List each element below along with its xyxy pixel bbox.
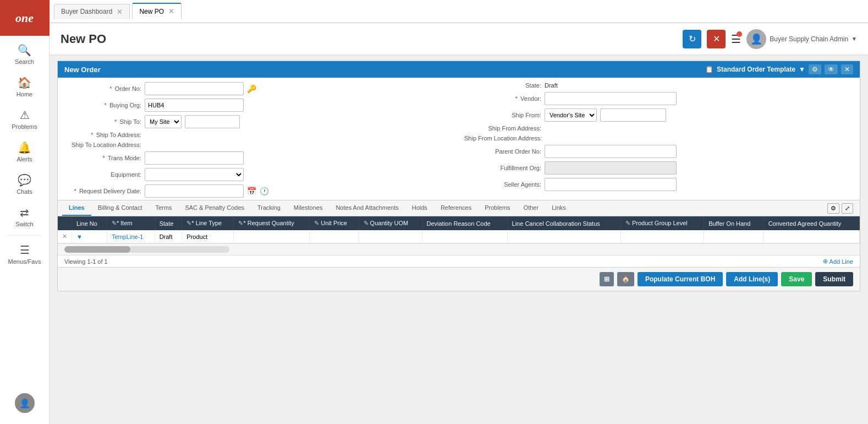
home-icon: 🏠 bbox=[18, 76, 31, 89]
tab-new-po-close[interactable]: ✕ bbox=[168, 7, 174, 15]
sidebar-item-home[interactable]: 🏠 Home bbox=[0, 70, 49, 103]
row-request-qty bbox=[234, 230, 310, 243]
order-no-required: * bbox=[109, 85, 112, 92]
template-icon: 📋 bbox=[705, 66, 713, 73]
row-line-no: ▼ bbox=[72, 230, 107, 243]
fulfillment-org-row: Fulfillment Org: bbox=[464, 161, 853, 175]
user-dropdown-icon: ▼ bbox=[851, 36, 857, 42]
ship-from-extra-input[interactable] bbox=[600, 108, 666, 122]
order-no-row: * Order No: 🔑 bbox=[64, 82, 453, 95]
equipment-label: Equipment: bbox=[64, 171, 141, 178]
add-line-button[interactable]: ⊕ Add Line bbox=[823, 258, 853, 265]
table-settings-btn[interactable]: ⚙ bbox=[827, 203, 839, 214]
ship-to-row: * Ship To: My Site bbox=[64, 115, 453, 128]
sidebar-item-alerts[interactable]: 🔔 Alerts bbox=[0, 135, 49, 168]
col-item-header: ✎* Item bbox=[107, 216, 155, 230]
inner-tab-notes[interactable]: Notes And Attachments bbox=[329, 200, 405, 216]
close-button[interactable]: ✕ bbox=[707, 30, 726, 48]
fulfillment-org-input[interactable] bbox=[545, 161, 677, 175]
table-header: Line No ✎* Item State ✎* Line Type ✎* Re… bbox=[58, 216, 860, 230]
sidebar-item-search[interactable]: 🔍 Search bbox=[0, 38, 49, 70]
trans-mode-input[interactable] bbox=[145, 151, 244, 165]
row-item-link[interactable]: TempLine-1 bbox=[112, 233, 143, 240]
delivery-date-clock[interactable]: 🕐 bbox=[260, 187, 269, 195]
inner-tab-other[interactable]: Other bbox=[517, 200, 546, 216]
inner-tab-terms[interactable]: Terms bbox=[149, 200, 178, 216]
inner-tab-sac[interactable]: SAC & Penalty Codes bbox=[178, 200, 251, 216]
col-line-cancel-header: Line Cancel Collaboration Status bbox=[507, 216, 620, 230]
inner-tab-milestones[interactable]: Milestones bbox=[287, 200, 329, 216]
buying-org-input[interactable] bbox=[145, 99, 244, 112]
add-line-label: Add Line bbox=[829, 258, 853, 265]
seller-agents-input[interactable] bbox=[545, 178, 677, 191]
submit-button[interactable]: Submit bbox=[815, 272, 853, 286]
row-line-no-indicator[interactable]: ▼ bbox=[76, 233, 83, 240]
row-delete-btn[interactable]: ✕ bbox=[58, 230, 72, 243]
ship-to-label: * Ship To: bbox=[64, 118, 141, 125]
row-item[interactable]: TempLine-1 bbox=[107, 230, 155, 243]
order-no-input[interactable] bbox=[145, 82, 244, 95]
logo-text: one bbox=[15, 11, 34, 25]
inner-tab-links[interactable]: Links bbox=[545, 200, 573, 216]
equipment-select[interactable] bbox=[145, 168, 244, 181]
ship-to-extra-input[interactable] bbox=[185, 115, 240, 128]
bottom-avatar-icon: 👤 bbox=[15, 393, 35, 413]
tab-buyer-dashboard[interactable]: Buyer Dashboard ✕ bbox=[54, 4, 130, 19]
layout-button[interactable]: ⊞ bbox=[600, 272, 614, 286]
inner-tab-holds[interactable]: Holds bbox=[405, 200, 434, 216]
col-buffer-header: Buffer On Hand bbox=[704, 216, 764, 230]
ship-from-select[interactable]: Vendor's Site bbox=[545, 108, 597, 122]
state-label: State: bbox=[464, 82, 541, 89]
inner-tab-references[interactable]: References bbox=[434, 200, 478, 216]
ship-from-location-row: Ship From Location Address: bbox=[464, 135, 853, 142]
tab-buyer-dashboard-close[interactable]: ✕ bbox=[117, 8, 123, 16]
sidebar: one 🔍 Search 🏠 Home ⚠ Problems 🔔 Alerts … bbox=[0, 0, 50, 424]
sidebar-label-alerts: Alerts bbox=[17, 156, 32, 162]
page-header: New PO ↻ ✕ ☰ 👤 Buyer Supply Chain Admin … bbox=[50, 23, 868, 55]
panel-header-right: 📋 Standard Order Template ▼ ⚙ 👁 ✕ bbox=[705, 64, 853, 74]
refresh-button[interactable]: ↻ bbox=[683, 30, 701, 48]
row-state: Draft bbox=[155, 230, 182, 243]
form-col-left: * Order No: 🔑 * Buying Org: bbox=[64, 82, 453, 198]
sidebar-item-menus-favs[interactable]: ☰ Menus/Favs bbox=[0, 238, 49, 270]
panel-settings-button[interactable]: ⚙ bbox=[809, 64, 821, 74]
sidebar-item-problems[interactable]: ⚠ Problems bbox=[0, 103, 49, 135]
menu-button[interactable]: ☰ bbox=[731, 32, 741, 46]
seller-agents-row: Seller Agents: bbox=[464, 178, 853, 191]
inner-tab-tracking[interactable]: Tracking bbox=[251, 200, 287, 216]
panel-close-button[interactable]: ✕ bbox=[841, 64, 853, 74]
template-dropdown-icon[interactable]: ▼ bbox=[799, 66, 805, 73]
equipment-row: Equipment: bbox=[64, 168, 453, 181]
app-logo[interactable]: one bbox=[0, 0, 50, 36]
sidebar-item-switch[interactable]: ⇄ Switch bbox=[0, 200, 49, 233]
delivery-date-input[interactable] bbox=[145, 184, 244, 198]
populate-boh-button[interactable]: Populate Current BOH bbox=[638, 272, 723, 286]
tab-new-po[interactable]: New PO ✕ bbox=[132, 3, 182, 20]
horizontal-scrollbar[interactable] bbox=[64, 246, 229, 253]
inner-tab-billing-contact[interactable]: Billing & Contact bbox=[91, 200, 149, 216]
sidebar-label-switch: Switch bbox=[15, 221, 33, 227]
add-lines-button[interactable]: Add Line(s) bbox=[726, 272, 778, 286]
table-expand-btn[interactable]: ⤢ bbox=[842, 203, 853, 214]
sidebar-divider bbox=[7, 235, 41, 236]
ship-to-location-label: Ship To Location Address: bbox=[64, 142, 141, 148]
sidebar-label-problems: Problems bbox=[12, 123, 37, 130]
user-profile[interactable]: 👤 Buyer Supply Chain Admin ▼ bbox=[746, 29, 857, 49]
panel-eye-button[interactable]: 👁 bbox=[825, 64, 838, 74]
ship-to-address-row: * Ship To Address: bbox=[64, 132, 453, 138]
col-unit-price-header: ✎ Unit Price bbox=[310, 216, 359, 230]
inner-tab-lines[interactable]: Lines bbox=[62, 200, 91, 216]
sidebar-item-chats[interactable]: 💬 Chats bbox=[0, 168, 49, 200]
sidebar-avatar-bottom[interactable]: 👤 bbox=[0, 388, 49, 418]
ship-to-select[interactable]: My Site bbox=[145, 115, 182, 128]
inner-tab-problems[interactable]: Problems bbox=[478, 200, 517, 216]
parent-order-input[interactable] bbox=[545, 145, 677, 158]
delivery-date-calendar[interactable]: 📅 bbox=[247, 187, 256, 195]
home-button[interactable]: 🏠 bbox=[617, 272, 634, 286]
order-no-key-button[interactable]: 🔑 bbox=[247, 84, 256, 93]
save-button[interactable]: Save bbox=[781, 272, 812, 286]
ship-to-location-row: Ship To Location Address: bbox=[64, 142, 453, 148]
lines-table-container: Line No ✎* Item State ✎* Line Type ✎* Re… bbox=[58, 216, 860, 243]
state-value: Draft bbox=[545, 82, 558, 89]
vendor-input[interactable] bbox=[545, 92, 677, 105]
